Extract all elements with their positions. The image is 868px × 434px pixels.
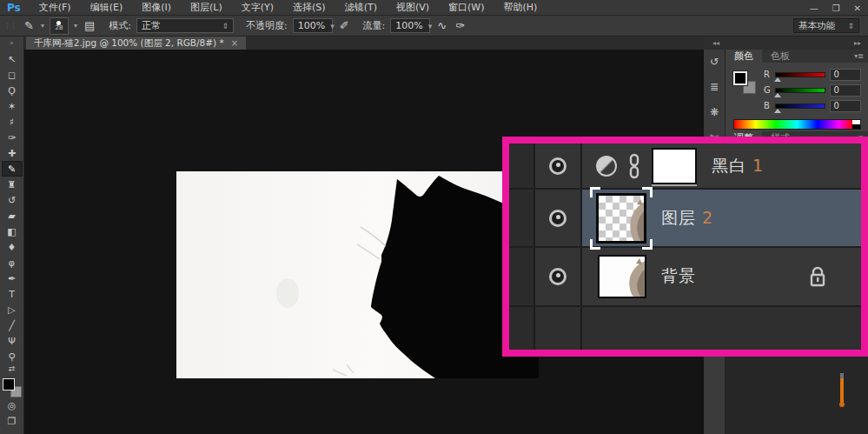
menu-type[interactable]: 文字(Y) <box>232 0 283 16</box>
zoom-tool[interactable]: ⚲ <box>2 349 23 364</box>
path-select-tool[interactable]: ▷ <box>2 302 23 317</box>
healing-brush-tool[interactable]: ✚ <box>2 145 23 161</box>
pressure-opacity-icon[interactable]: ✐ <box>338 19 351 32</box>
eye-icon[interactable] <box>549 268 567 285</box>
document-canvas[interactable] <box>176 171 539 378</box>
panel-scrollbar[interactable] <box>840 373 844 404</box>
layer-name[interactable]: 图层2 <box>661 207 713 230</box>
hand-tool[interactable]: Ψ <box>2 333 23 349</box>
brush-picker-caret-icon[interactable]: ▾ <box>74 22 77 30</box>
dock-collapse-left-icon[interactable]: ◂◂ <box>712 39 719 47</box>
black-white-adjustment-icon[interactable] <box>596 156 617 177</box>
blur-tool[interactable]: ♦ <box>2 239 23 255</box>
pressure-size-icon[interactable]: ✑ <box>454 19 467 32</box>
minimize-button[interactable]: — <box>810 3 818 13</box>
foreground-color-swatch[interactable] <box>3 378 15 391</box>
layers-panel-zoom-overlay: 黑白1 <box>502 137 868 357</box>
blue-slider-label: B <box>764 101 771 110</box>
menu-image[interactable]: 图像(I) <box>132 0 181 16</box>
green-slider[interactable] <box>775 88 825 93</box>
toggle-brush-panel-icon[interactable]: ▤ <box>83 19 96 32</box>
eye-icon[interactable] <box>549 210 567 227</box>
eyedropper-tool[interactable]: ✑ <box>2 130 23 145</box>
color-spectrum-ramp[interactable] <box>733 119 861 130</box>
move-tool[interactable]: ↖ <box>2 51 23 67</box>
color-swatches[interactable] <box>3 378 22 397</box>
layers-gutter <box>509 144 535 188</box>
red-slider-thumb[interactable] <box>774 77 781 82</box>
menu-select[interactable]: 选择(S) <box>283 0 335 16</box>
layer-mask-thumbnail[interactable] <box>652 148 697 184</box>
layer-name[interactable]: 黑白1 <box>712 155 764 177</box>
layer-thumbnail[interactable] <box>598 255 646 298</box>
tool-preset-caret-icon[interactable]: ▾ <box>41 22 44 30</box>
marquee-tool[interactable]: ◻ <box>2 67 23 83</box>
blue-value-field[interactable]: 0 <box>830 100 861 112</box>
layer-name-text: 背景 <box>661 266 696 285</box>
menu-layer[interactable]: 图层(L) <box>181 0 232 16</box>
brush-presets-panel-icon[interactable]: ❋ <box>706 103 723 121</box>
brush-tool-icon[interactable]: ✎ <box>23 19 36 32</box>
selection-bracket-icon <box>642 187 653 197</box>
properties-panel-icon[interactable]: ≣ <box>706 78 723 96</box>
restore-button[interactable]: ❐ <box>832 3 840 13</box>
visibility-cell[interactable] <box>535 248 582 305</box>
blue-slider[interactable] <box>775 103 825 109</box>
eraser-tool[interactable]: ▰ <box>2 208 23 224</box>
swap-colors-icon[interactable]: ⇄ <box>9 364 16 375</box>
gradient-tool[interactable]: ◧ <box>2 224 23 239</box>
flow-value: 100% <box>395 20 422 31</box>
panel-menu-icon[interactable]: ▾≣ <box>854 52 868 60</box>
magic-wand-tool[interactable]: ✶ <box>2 98 23 114</box>
close-button[interactable]: ✕ <box>854 3 861 13</box>
workspace-switcher[interactable]: 基本功能 ⇕ <box>793 18 859 33</box>
tab-color[interactable]: 颜色 <box>726 50 762 63</box>
quick-mask-button[interactable]: ◎ <box>2 397 23 413</box>
red-value-field[interactable]: 0 <box>830 69 861 81</box>
visibility-cell[interactable] <box>535 144 582 188</box>
flow-select[interactable]: 100% ▾ <box>390 18 430 33</box>
menu-window[interactable]: 窗口(W) <box>439 0 494 16</box>
clone-stamp-tool[interactable]: ♜ <box>2 177 23 192</box>
layer-row-layer2[interactable]: 图层2 <box>509 190 861 248</box>
menu-bar: Ps 文件(F) 编辑(E) 图像(I) 图层(L) 文字(Y) 选择(S) 滤… <box>0 0 868 16</box>
tab-swatches[interactable]: 色板 <box>762 50 798 63</box>
green-value-field[interactable]: 0 <box>830 84 861 97</box>
green-slider-thumb[interactable] <box>774 93 781 97</box>
document-close-icon[interactable]: × <box>231 38 238 48</box>
lasso-tool[interactable]: Ϙ <box>2 83 23 98</box>
pen-tool[interactable]: ✒ <box>2 270 23 286</box>
layer-row-background[interactable]: 背景 <box>509 248 861 307</box>
history-brush-tool[interactable]: ↺ <box>2 192 23 208</box>
history-panel-icon[interactable]: ↺ <box>706 53 723 70</box>
panel-color-swatches[interactable] <box>733 71 756 94</box>
document-tab[interactable]: 千库网-猫2.jpg @ 100% (图层 2, RGB/8#) * × <box>26 37 246 50</box>
dock-collapse-right-icon[interactable]: ▸▸ <box>854 39 861 47</box>
blend-mode-select[interactable]: 正常 ⇕ <box>136 18 234 33</box>
menu-edit[interactable]: 编辑(E) <box>81 0 133 16</box>
toolbar-collapse-button[interactable]: » <box>0 37 24 50</box>
opacity-select[interactable]: 100% ▾ <box>293 18 333 33</box>
type-tool[interactable]: T <box>2 286 23 302</box>
eye-icon[interactable] <box>549 157 567 175</box>
screen-mode-button[interactable]: ❐ <box>2 413 23 429</box>
menu-help[interactable]: 帮助(H) <box>494 0 547 16</box>
crop-tool[interactable]: ♯ <box>2 114 23 130</box>
menu-file[interactable]: 文件(F) <box>30 0 81 16</box>
red-slider[interactable] <box>775 72 825 77</box>
menu-filter[interactable]: 滤镜(T) <box>335 0 387 16</box>
shape-tool[interactable]: ╱ <box>2 317 23 333</box>
layer-name[interactable]: 背景 <box>661 265 696 288</box>
airbrush-icon[interactable]: ∿ <box>435 19 448 32</box>
mode-label: 模式: <box>109 19 131 32</box>
menu-view[interactable]: 视图(V) <box>387 0 439 16</box>
brush-tool[interactable]: ✎ <box>2 161 23 177</box>
visibility-cell[interactable] <box>535 190 582 246</box>
blue-slider-thumb[interactable] <box>774 109 781 113</box>
red-slider-label: R <box>764 70 771 79</box>
panel-foreground-swatch[interactable] <box>733 71 747 85</box>
layer-thumbnail[interactable] <box>596 193 646 244</box>
layer-row-blackwhite[interactable]: 黑白1 <box>509 144 861 190</box>
brush-preset-picker[interactable]: 28 <box>50 17 69 35</box>
dodge-tool[interactable]: φ <box>2 255 23 270</box>
